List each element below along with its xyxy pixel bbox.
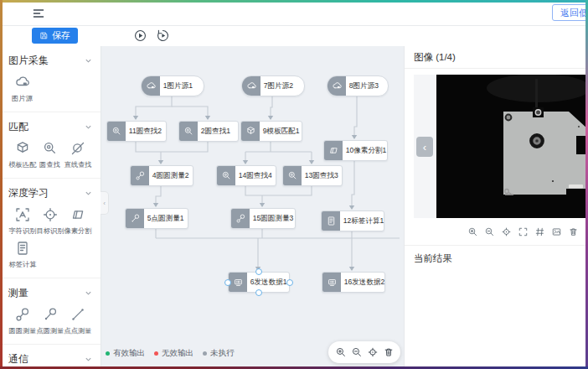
circle-find-node-icon [179, 122, 198, 141]
zoom-out-button[interactable] [351, 346, 363, 358]
locate-button[interactable] [367, 346, 379, 358]
image-source-icon [14, 74, 31, 91]
run-step-button[interactable] [156, 29, 170, 43]
flow-node-n5[interactable]: 5点圆测量1 [125, 208, 188, 229]
node-label: 11圆查找2 [126, 126, 165, 136]
delete-button[interactable] [383, 346, 395, 358]
send-data-node-icon [322, 273, 341, 292]
item-label: 圆圆测量 [8, 326, 36, 336]
flow-canvas[interactable]: 1图片源17图片源28图片源311圆查找22圆查找19模板匹配110像素分割14… [101, 46, 404, 369]
node-label: 2圆查找1 [198, 126, 234, 136]
zoom-in-button[interactable] [335, 346, 347, 358]
flow-node-n2[interactable]: 2圆查找1 [178, 121, 239, 142]
flow-node-n6[interactable]: 6发送数据1 [228, 272, 290, 293]
prev-image-button[interactable]: ‹ [416, 137, 433, 157]
sidebar-item-circle-circle-measure[interactable]: 圆圆测量 [8, 306, 36, 336]
label-calc-icon [326, 216, 337, 226]
flow-node-n9[interactable]: 9模板匹配1 [240, 121, 302, 142]
node-port[interactable] [255, 289, 262, 296]
sidebar-item-label-calc[interactable]: 标签计算 [8, 240, 36, 270]
target-detect-icon [42, 206, 59, 223]
flow-node-n10[interactable]: 10像素分割1 [323, 140, 388, 161]
flow-node-n4[interactable]: 4圆圆测量2 [130, 165, 193, 186]
node-port[interactable] [224, 279, 231, 286]
sidebar-item-point-point-measure[interactable]: 点点测量 [64, 306, 92, 336]
circle-find-icon [111, 126, 122, 137]
node-label: 1图片源1 [160, 81, 196, 91]
section-header[interactable]: 通信 [8, 352, 92, 366]
snapshot-icon [551, 226, 562, 237]
node-label: 7图片源2 [260, 81, 297, 91]
section-title: 图片采集 [8, 54, 49, 68]
sidebar-item-pixel-segment[interactable]: 像素分割 [64, 206, 92, 236]
flow-node-n14[interactable]: 14圆查找4 [216, 165, 276, 186]
sidebar-item-circle-find[interactable]: 圆查找 [36, 140, 64, 170]
image-source-icon [332, 81, 343, 91]
section-header[interactable]: 图片采集 [8, 54, 92, 68]
zoom-out-icon [351, 346, 363, 358]
run-button[interactable] [133, 29, 147, 43]
sidebar-item-template-match[interactable]: 模板匹配 [8, 140, 36, 170]
node-port[interactable] [255, 268, 262, 275]
metal-part-image [436, 75, 588, 218]
point-circle-measure-node-icon [126, 209, 144, 228]
legend-item: 有效输出 [106, 348, 145, 359]
image-toolbar [405, 218, 588, 246]
flow-node-n15[interactable]: 15圆圆测量3 [230, 208, 296, 229]
flow-node-n7[interactable]: 7图片源2 [241, 75, 305, 96]
grid-button[interactable] [534, 226, 545, 236]
flow-node-n11[interactable]: 11圆查找2 [106, 121, 167, 142]
sidebar-section: 深度学习字符识别目标识别像素分割标签计算 [0, 179, 101, 278]
chevron-down-icon [85, 289, 92, 297]
fullscreen-button[interactable] [518, 226, 529, 236]
sidebar-item-line-find[interactable]: 直线查找 [64, 140, 92, 170]
circle-find-node-icon [283, 166, 302, 185]
label-calc-node-icon [322, 211, 340, 231]
image-source-node-icon [242, 76, 260, 96]
sidebar-item-target-detect[interactable]: 目标识别 [36, 206, 64, 236]
flow-node-n8[interactable]: 8图片源3 [327, 75, 389, 96]
send-data-node-icon [229, 273, 247, 292]
sidebar-collapse-handle[interactable]: ‹ [101, 191, 109, 215]
zoom-out-button[interactable] [484, 226, 495, 236]
flow-node-n1[interactable]: 1图片源1 [141, 75, 204, 96]
grid-icon [534, 226, 545, 237]
label-calc-icon [14, 240, 31, 257]
node-label: 5点圆测量1 [144, 213, 187, 223]
save-label: 保存 [52, 29, 70, 42]
point-circle-measure-icon [130, 213, 141, 224]
zoom-in-button[interactable] [467, 226, 478, 236]
send-data-icon [327, 277, 338, 288]
circle-find-node-icon [217, 166, 235, 185]
snapshot-button[interactable] [551, 226, 562, 236]
legend-item: 无效输出 [154, 348, 193, 359]
save-button[interactable]: 保存 [32, 28, 78, 44]
locate-button[interactable] [501, 226, 512, 236]
item-label: 标签计算 [8, 260, 36, 270]
back-to-lowcode-button[interactable]: 返回低代 [552, 4, 588, 21]
node-label: 13圆查找3 [302, 170, 342, 180]
legend-dot [106, 351, 110, 356]
node-port[interactable] [286, 279, 293, 286]
menu-icon[interactable] [32, 7, 45, 20]
sidebar-item-ocr[interactable]: 字符识别 [8, 206, 36, 236]
send-data-icon [233, 277, 244, 288]
flow-node-n16[interactable]: 16发送数据2 [322, 272, 385, 293]
image-source-icon [246, 81, 257, 91]
section-header[interactable]: 匹配 [8, 120, 92, 134]
node-label: 14圆查找4 [235, 170, 276, 180]
section-header[interactable]: 测量 [8, 286, 92, 300]
result-header-label: 当前结果 [414, 253, 452, 263]
pixel-segment-icon [328, 145, 339, 156]
circle-find-icon [183, 126, 194, 137]
zoom-in-icon [335, 346, 347, 358]
section-header[interactable]: 深度学习 [8, 186, 92, 200]
ocr-icon [14, 206, 31, 223]
flow-node-n13[interactable]: 13圆查找3 [282, 165, 343, 186]
delete-button[interactable] [568, 226, 579, 236]
sidebar-item-point-circle-measure[interactable]: 点圆测量 [36, 306, 64, 336]
flow-node-n12[interactable]: 12标签计算1 [321, 210, 384, 231]
circle-find-icon [42, 140, 59, 157]
sidebar-item-image-source[interactable]: 图片源 [8, 74, 36, 104]
section-title: 匹配 [8, 120, 28, 134]
